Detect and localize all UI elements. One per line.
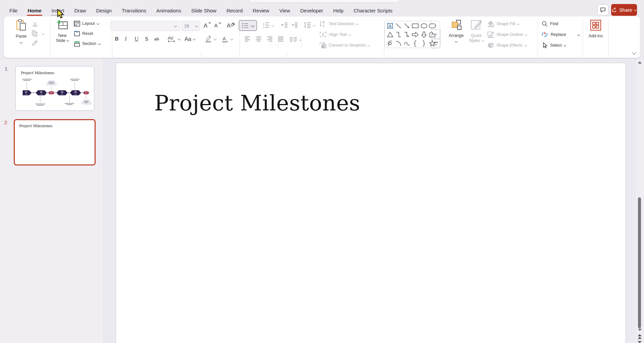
shape-triangle-button[interactable] — [387, 31, 393, 38]
layout-button[interactable]: Layout — [74, 20, 99, 27]
decrease-indent-button[interactable] — [281, 21, 288, 29]
replace-icon: bc — [541, 31, 549, 38]
tab-view[interactable]: View — [279, 8, 290, 13]
text-shadow-button[interactable]: S — [145, 36, 154, 42]
tab-review[interactable]: Review — [253, 8, 269, 13]
highlight-color-button[interactable] — [205, 35, 216, 43]
decrease-font-size-button[interactable]: A — [214, 21, 222, 29]
tab-animations[interactable]: Animations — [156, 8, 181, 13]
shape-line-button[interactable] — [395, 22, 402, 29]
collapse-ribbon-icon[interactable] — [632, 50, 636, 55]
font-color-button[interactable]: A — [221, 35, 233, 43]
editor-canvas: Project Milestones — [104, 59, 644, 343]
change-case-button[interactable]: Aa — [184, 35, 195, 43]
slide-1-thumbnail[interactable]: Project Milestones — [15, 66, 94, 111]
quick-styles-button[interactable]: Quick Styles — [467, 19, 486, 43]
paste-label: Paste — [16, 34, 26, 39]
arrange-button[interactable]: Arrange — [447, 19, 465, 42]
shape-right-brace-button[interactable] — [421, 40, 427, 47]
bold-button[interactable]: B — [115, 36, 125, 42]
reset-button[interactable]: Reset — [74, 30, 93, 37]
svg-text:Q4: Q4 — [74, 91, 77, 93]
tab-character-scripts[interactable]: Character Scripts — [354, 8, 392, 13]
numbering-button[interactable]: 123 — [263, 21, 274, 29]
decrease-font-size-icon: A — [214, 21, 222, 29]
line-spacing-button[interactable] — [304, 21, 315, 29]
shape-arrow-button[interactable] — [404, 22, 410, 29]
replace-button[interactable]: bc Replace — [541, 31, 580, 38]
shape-outline-button[interactable]: Shape Outline — [487, 31, 527, 38]
scrollbar-thumb[interactable] — [638, 197, 641, 328]
scroll-down-button[interactable] — [638, 328, 642, 332]
tab-file[interactable]: File — [9, 8, 17, 13]
cut-button[interactable] — [32, 20, 38, 28]
columns-button[interactable] — [290, 36, 301, 43]
increase-indent-button[interactable] — [291, 21, 298, 29]
underline-button[interactable]: U — [135, 36, 145, 42]
shape-elbow-connector-button[interactable] — [395, 31, 402, 38]
shape-effects-button[interactable]: Shape Effects — [487, 42, 527, 49]
slide-surface[interactable]: Project Milestones — [116, 63, 626, 343]
align-right-button[interactable] — [267, 36, 273, 42]
shape-left-brace-button[interactable] — [412, 40, 418, 47]
tab-record[interactable]: Record — [226, 8, 243, 13]
tab-draw[interactable]: Draw — [74, 8, 86, 13]
shape-fill-button[interactable]: Shape Fill — [487, 20, 519, 28]
svg-text:A: A — [227, 22, 231, 29]
bullets-button[interactable] — [239, 20, 257, 31]
tab-home[interactable]: Home — [28, 8, 42, 13]
shape-right-arrow-button[interactable] — [412, 31, 419, 38]
copy-button[interactable] — [32, 30, 44, 37]
clear-formatting-button[interactable]: A — [226, 21, 235, 29]
svg-text:20XX: 20XX — [74, 94, 77, 95]
convert-smartart-button[interactable]: Convert to SmartArt — [319, 42, 370, 49]
select-button[interactable]: Select — [541, 42, 566, 49]
shape-arc-button[interactable] — [395, 40, 402, 47]
shape-oval-button[interactable] — [420, 22, 428, 29]
comments-button[interactable] — [597, 4, 608, 15]
text-direction-icon: A — [319, 20, 327, 28]
justify-button[interactable] — [278, 36, 284, 42]
scroll-up-button[interactable] — [638, 61, 642, 64]
shape-curve-button[interactable] — [404, 40, 410, 47]
gallery-scroll-down-button[interactable] — [431, 30, 440, 39]
new-slide-button[interactable]: New Slide — [54, 19, 70, 43]
shape-rectangle-button[interactable] — [412, 22, 419, 29]
font-size-combobox[interactable]: 28 — [181, 21, 200, 31]
previous-slide-button[interactable] — [637, 334, 642, 339]
tab-help[interactable]: Help — [333, 8, 343, 13]
section-button[interactable]: Section — [74, 40, 100, 47]
align-text-icon — [319, 31, 327, 38]
gallery-more-button[interactable] — [431, 39, 440, 48]
shape-scribble-button[interactable] — [387, 40, 393, 47]
tab-design[interactable]: Design — [96, 8, 112, 13]
format-painter-button[interactable] — [32, 39, 39, 47]
tab-transitions[interactable]: Transitions — [122, 8, 146, 13]
shape-down-arrow-button[interactable] — [420, 31, 428, 38]
strikethrough-button[interactable]: ab — [154, 36, 163, 42]
character-spacing-button[interactable]: AV — [167, 35, 180, 43]
align-left-button[interactable] — [245, 36, 251, 42]
increase-font-size-button[interactable]: A — [203, 21, 211, 29]
shape-textbox-button[interactable]: A — [387, 22, 393, 29]
tab-slide-show[interactable]: Slide Show — [191, 8, 216, 13]
addins-button[interactable]: Add-ins — [587, 19, 604, 39]
find-button[interactable]: Find — [541, 20, 558, 28]
increase-indent-icon — [291, 22, 298, 28]
font-name-combobox[interactable] — [111, 21, 180, 31]
arrange-icon — [450, 19, 462, 31]
gallery-scroll-up-icon[interactable] — [434, 24, 437, 27]
menubar: File Home Insert Draw Design Transitions… — [0, 5, 597, 16]
next-slide-button[interactable] — [637, 341, 642, 343]
italic-button[interactable]: I — [125, 36, 135, 42]
shape-elbow-arrow-button[interactable] — [404, 31, 410, 38]
slide-title-text[interactable]: Project Milestones — [154, 91, 360, 115]
text-direction-button[interactable]: A Text Direction — [319, 20, 358, 28]
paste-button[interactable]: Paste — [13, 19, 29, 43]
align-center-button[interactable] — [256, 36, 262, 42]
slide-2-thumbnail[interactable]: Project Milestones — [14, 119, 96, 165]
copy-chevron-icon — [42, 32, 45, 35]
align-text-button[interactable]: Align Text — [319, 31, 351, 38]
share-button[interactable]: Share — [611, 4, 637, 16]
tab-developer[interactable]: Developer — [300, 8, 323, 13]
